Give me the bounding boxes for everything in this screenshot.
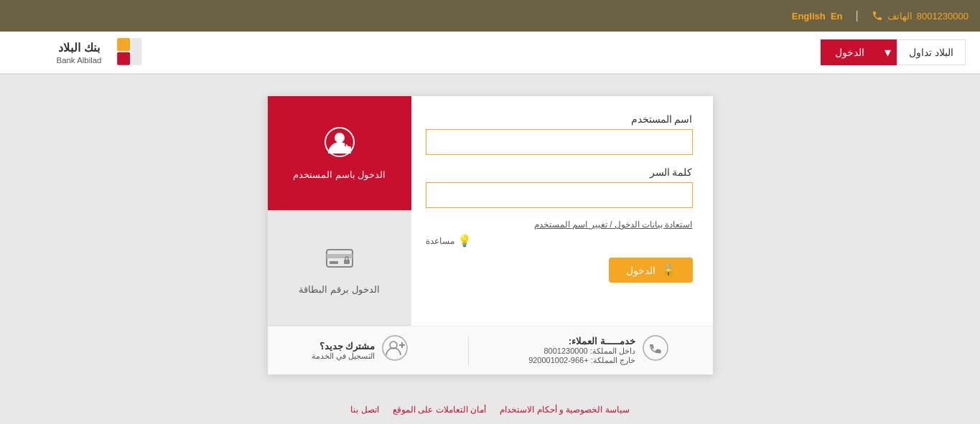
phone-number: 8001230000 xyxy=(917,11,969,22)
header-nav: البلاد تداول ▾ الدخول xyxy=(821,39,966,65)
nav-label: البلاد تداول xyxy=(897,47,965,58)
header: البلاد تداول ▾ الدخول بنك البلاد Bank Al… xyxy=(0,32,980,75)
phone-icon xyxy=(872,10,883,22)
footer-link-security[interactable]: أمان التعاملات على الموقع xyxy=(393,405,486,415)
svg-rect-4 xyxy=(131,38,142,65)
nav-dropdown-button[interactable]: ▾ xyxy=(879,39,897,65)
svg-rect-2 xyxy=(117,38,130,51)
username-label: اسم المستخدم xyxy=(426,113,693,125)
card-icon xyxy=(324,241,355,278)
new-subscriber-item[interactable]: مشترك جديد؟ التسجيل في الخدمة xyxy=(312,335,408,366)
new-subscriber-title: مشترك جديد؟ xyxy=(312,341,375,352)
tab-card-label: الدخول برقم البطاقة xyxy=(299,284,379,295)
customer-service-title: خدمـــــة العملاء: xyxy=(528,336,635,347)
svg-rect-7 xyxy=(344,146,351,152)
tab-card[interactable]: الدخول برقم البطاقة xyxy=(268,211,411,326)
login-form-area: اسم المستخدم كلمة السر استعادة بيانات ال… xyxy=(411,96,713,326)
main-content: اسم المستخدم كلمة السر استعادة بيانات ال… xyxy=(0,75,980,396)
page-footer: سياسة الخصوصية و أحكام الاستخدام أمان ال… xyxy=(0,396,980,423)
footer-link-contact[interactable]: اتصل بنا xyxy=(350,405,378,415)
phone-label: الهاتف xyxy=(887,11,913,22)
user-icon xyxy=(324,126,355,164)
new-subscriber-text: مشترك جديد؟ التسجيل في الخدمة xyxy=(312,341,375,361)
new-subscriber-subtitle: التسجيل في الخدمة xyxy=(312,352,375,361)
svg-rect-10 xyxy=(330,261,338,264)
add-user-icon xyxy=(382,335,408,366)
top-bar-divider: | xyxy=(856,9,859,22)
svg-point-6 xyxy=(335,133,345,143)
customer-service-inside: داخل المملكة: 8001230000 xyxy=(528,347,635,356)
top-bar: 8001230000 الهاتف | English En xyxy=(0,0,980,32)
nav-login-button[interactable]: الدخول xyxy=(821,39,879,65)
tab-username[interactable]: الدخول باسم المستخدم xyxy=(268,96,411,211)
svg-text:بنك البلاد: بنك البلاد xyxy=(58,40,100,53)
login-card-footer: خدمـــــة العملاء: داخل المملكة: 8001230… xyxy=(268,326,713,374)
footer-divider xyxy=(468,336,469,365)
password-input[interactable] xyxy=(426,182,693,208)
nav-combined: البلاد تداول ▾ الدخول xyxy=(821,39,966,65)
customer-service-item: خدمـــــة العملاء: داخل المملكة: 8001230… xyxy=(528,335,668,366)
password-label: كلمة السر xyxy=(426,166,693,178)
bank-logo-svg: بنك البلاد Bank Albilad xyxy=(14,33,144,72)
forgot-link[interactable]: استعادة بيانات الدخول / تغيير اسم المستخ… xyxy=(426,220,693,230)
footer-link-privacy[interactable]: سياسة الخصوصية و أحكام الاستخدام xyxy=(500,405,629,415)
lock-icon: 🔒 xyxy=(661,263,676,277)
customer-service-outside: خارج المملكة: +966-920001002 xyxy=(528,356,635,365)
phone-info: 8001230000 الهاتف xyxy=(872,10,969,22)
tab-username-label: الدخول باسم المستخدم xyxy=(293,169,386,180)
phone-support-icon xyxy=(643,335,668,366)
login-button[interactable]: 🔒 الدخول xyxy=(609,258,693,283)
username-input[interactable] xyxy=(426,129,693,155)
bulb-icon: 💡 xyxy=(457,234,472,248)
svg-rect-3 xyxy=(117,52,130,65)
login-card-body: اسم المستخدم كلمة السر استعادة بيانات ال… xyxy=(268,96,713,326)
help-link[interactable]: 💡 مساعدة xyxy=(426,234,693,248)
bank-logo: بنك البلاد Bank Albilad xyxy=(14,33,144,72)
login-tabs: الدخول باسم المستخدم الدخول برقم ا xyxy=(268,96,411,326)
svg-rect-11 xyxy=(344,260,350,264)
language-switcher[interactable]: English En xyxy=(792,11,843,22)
customer-service-text: خدمـــــة العملاء: داخل المملكة: 8001230… xyxy=(528,336,635,365)
svg-text:Bank Albilad: Bank Albilad xyxy=(57,56,102,65)
login-card: اسم المستخدم كلمة السر استعادة بيانات ال… xyxy=(268,96,713,374)
svg-point-12 xyxy=(643,336,668,360)
